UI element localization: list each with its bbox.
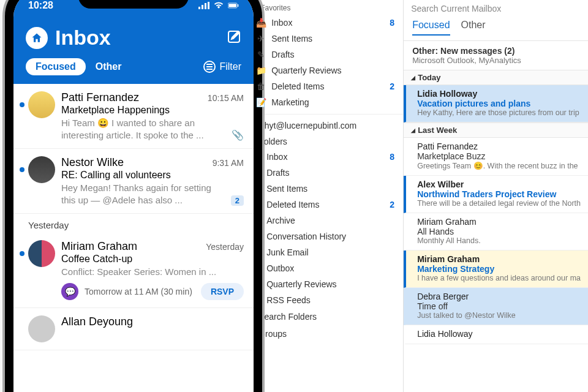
message-list-pane: Search Current Mailbox Focused Other Oth… — [404, 0, 588, 392]
compose-button[interactable] — [227, 29, 241, 47]
folder-sidebar: ▾ Favorites 📥Inbox8✈Sent Items✎Drafts📁Qu… — [244, 0, 404, 392]
account-email[interactable]: kathyt@lucernepubintl.com — [244, 114, 403, 134]
svg-rect-3 — [208, 2, 209, 9]
focused-other-tabs: Focused Other — [404, 16, 588, 41]
folder-quarterly-reviews[interactable]: Quarterly Reviews — [244, 276, 403, 292]
nav-label: Quarterly Reviews — [271, 66, 394, 75]
email-preview: Hey Kathy, Here are those pictures from … — [417, 108, 581, 117]
item-count: 2 — [390, 200, 394, 209]
message-time: Yesterday — [206, 242, 244, 252]
group-today[interactable]: ◢ Today — [404, 70, 588, 85]
filter-icon — [203, 61, 216, 73]
message-list[interactable]: Patti Fernandez 10:15 AM Marketplace Hap… — [13, 84, 254, 350]
message-item[interactable]: Patti Fernandez 10:15 AM Marketplace Hap… — [13, 84, 254, 149]
item-count: 8 — [390, 152, 394, 162]
folder-junk-email[interactable]: Junk Email — [244, 244, 403, 260]
folder-rss-feeds[interactable]: RSS Feeds — [244, 292, 403, 308]
folder-drafts[interactable]: Drafts — [244, 165, 403, 181]
email-from: Debra Berger — [417, 292, 581, 301]
email-item[interactable]: Alex WilberNorthwind Traders Project Rev… — [404, 176, 588, 213]
other-summary-title: Other: New messages (2) — [412, 46, 579, 56]
email-subject: Northwind Traders Project Review — [417, 189, 581, 199]
filter-button[interactable]: Filter — [203, 61, 241, 73]
nav-label: Inbox — [271, 18, 390, 28]
folder-archive[interactable]: Archive — [244, 213, 403, 228]
email-subject: Marketing Strategy — [417, 264, 581, 274]
search-input[interactable]: Search Current Mailbox — [404, 0, 588, 16]
sidebar-item-inbox[interactable]: 📥Inbox8 — [244, 15, 403, 31]
favorites-header[interactable]: ▾ Favorites — [244, 1, 403, 15]
item-count: 2 — [390, 81, 394, 91]
tab-other[interactable]: Other — [461, 20, 486, 36]
phone-screen: 10:28 Inbox Focus — [13, 0, 254, 392]
nav-label: Deleted Items — [266, 200, 390, 209]
message-preview: Hi Team 😀 I wanted to share an interesti… — [61, 117, 228, 141]
triangle-down-icon: ◢ — [411, 127, 415, 134]
message-time: 9:31 AM — [213, 158, 244, 168]
desktop-outlook: ▾ Favorites 📥Inbox8✈Sent Items✎Drafts📁Qu… — [244, 0, 588, 392]
email-from: Miriam Graham — [417, 254, 581, 264]
email-item[interactable]: Lidia Holloway — [404, 325, 588, 344]
avatar — [28, 156, 55, 183]
rsvp-button[interactable]: RSVP — [201, 283, 244, 300]
unread-dot — [20, 167, 24, 172]
tab-focused[interactable]: Focused — [412, 20, 450, 36]
folder-sent-items[interactable]: Sent Items — [244, 181, 403, 197]
signal-icon — [198, 1, 209, 10]
nav-label: Quarterly Reviews — [266, 279, 394, 289]
sidebar-item-marketing[interactable]: 📝Marketing — [244, 94, 403, 110]
folders-header[interactable]: ▾ Folders — [244, 134, 403, 149]
phone-frame: 10:28 Inbox Focus — [5, 0, 262, 392]
folder-outbox[interactable]: Outbox — [244, 260, 403, 276]
inbox-icon: 📥 — [255, 18, 266, 28]
trash-icon: 🗑 — [255, 81, 266, 91]
other-summary[interactable]: Other: New messages (2) Microsoft Outloo… — [404, 41, 588, 70]
email-item[interactable]: Debra BergerTime offJust talked to @Nest… — [404, 288, 588, 325]
tab-other[interactable]: Other — [86, 58, 132, 75]
email-item[interactable]: Patti FernandezMarketplace BuzzGreetings… — [404, 138, 588, 176]
nav-label: Sent Items — [271, 34, 394, 43]
home-icon[interactable] — [26, 27, 48, 49]
email-subject: All Hands — [417, 227, 581, 236]
nav-label: Marketing — [271, 97, 394, 107]
folder-conversation-history[interactable]: Conversation History — [244, 228, 403, 244]
thread-count-badge: 2 — [231, 195, 244, 206]
svg-rect-2 — [205, 3, 206, 9]
sidebar-item-deleted-items[interactable]: 🗑Deleted Items2 — [244, 78, 403, 94]
triangle-down-icon: ◢ — [411, 75, 415, 81]
email-from: Miriam Graham — [417, 217, 581, 227]
sidebar-item-quarterly-reviews[interactable]: 📁Quarterly Reviews — [244, 62, 403, 78]
email-from: Lidia Holloway — [417, 329, 581, 339]
message-item[interactable]: Nestor Wilke 9:31 AM RE: Calling all vol… — [13, 149, 254, 214]
svg-rect-6 — [238, 4, 238, 7]
message-item[interactable]: Allan Deyoung — [13, 308, 254, 350]
sender-name: Patti Fernandez — [61, 91, 139, 104]
message-preview: Conflict: Speaker Series: Women in ... — [61, 266, 244, 278]
page-title: Inbox — [55, 26, 219, 50]
group-lastweek[interactable]: ◢ Last Week — [404, 123, 588, 138]
message-preview: Hey Megan! Thanks again for setting this… — [61, 182, 227, 206]
nav-label: Deleted Items — [271, 81, 390, 91]
email-subject: Vacation pictures and plans — [417, 99, 581, 108]
unread-dot — [20, 102, 24, 107]
nav-label: Drafts — [266, 168, 394, 178]
calendar-icon: 💬 — [61, 283, 78, 300]
nav-label: Junk Email — [266, 247, 394, 257]
attachment-icon: 📎 — [232, 129, 244, 141]
tab-focused[interactable]: Focused — [26, 58, 86, 75]
message-item[interactable]: Miriam Graham Yesterday Coffee Catch-up … — [13, 233, 254, 308]
sidebar-item-drafts[interactable]: ✎Drafts — [244, 47, 403, 62]
sender-name: Allan Deyoung — [61, 315, 133, 328]
groups-header[interactable]: ▸ Groups — [244, 325, 403, 342]
sender-name: Nestor Wilke — [61, 156, 124, 169]
sidebar-item-sent-items[interactable]: ✈Sent Items — [244, 31, 403, 47]
folder-inbox[interactable]: Inbox8 — [244, 149, 403, 165]
folder-deleted-items[interactable]: Deleted Items2 — [244, 197, 403, 213]
search-folders-header[interactable]: ▸ Search Folders — [244, 308, 403, 325]
email-item[interactable]: Miriam GrahamMarketing StrategyI have a … — [404, 251, 588, 288]
email-item[interactable]: Miriam GrahamAll HandsMonthly All Hands. — [404, 213, 588, 251]
email-from: Alex Wilber — [417, 179, 581, 189]
email-item[interactable]: Lidia HollowayVacation pictures and plan… — [404, 85, 588, 123]
message-subject: Coffee Catch-up — [61, 254, 244, 265]
phone-mockup: 10:28 Inbox Focus — [0, 0, 244, 392]
